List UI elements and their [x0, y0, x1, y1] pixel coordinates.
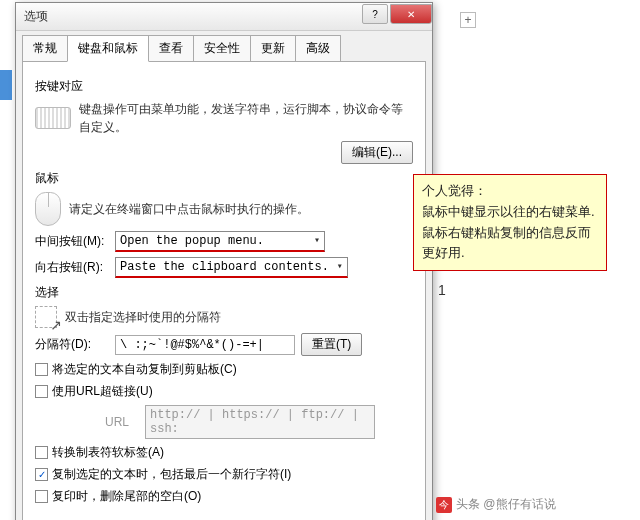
delimiter-label: 分隔符(D): — [35, 336, 115, 353]
middle-button-label: 中间按钮(M): — [35, 233, 115, 250]
copynl-label: 复制选定的文本时，包括最后一个新行字符(I) — [52, 466, 291, 483]
autocopy-checkbox[interactable] — [35, 363, 48, 376]
footer-credit: 今 头条 @熊仔有话说 — [436, 496, 556, 513]
url-checkbox[interactable] — [35, 385, 48, 398]
options-dialog: 选项 ? ✕ 常规 键盘和鼠标 查看 安全性 更新 高级 按键对应 键盘操作可由… — [15, 2, 433, 520]
autocopy-label: 将选定的文本自动复制到剪贴板(C) — [52, 361, 237, 378]
toolbar-plus-icon[interactable]: + — [460, 12, 476, 28]
mouse-description: 请定义在终端窗口中点击鼠标时执行的操作。 — [69, 200, 309, 218]
keyboard-icon — [35, 107, 71, 129]
tab-update[interactable]: 更新 — [250, 35, 296, 62]
tab-panel: 按键对应 键盘操作可由菜单功能，发送字符串，运行脚本，协议命令等自定义。 编辑(… — [22, 61, 426, 520]
left-edge-strip — [0, 70, 12, 100]
keys-description: 键盘操作可由菜单功能，发送字符串，运行脚本，协议命令等自定义。 — [79, 100, 413, 136]
delimiter-field[interactable]: \ :;~`!@#$%^&*()-=+| — [115, 335, 295, 355]
tab-security[interactable]: 安全性 — [193, 35, 251, 62]
help-button[interactable]: ? — [362, 4, 388, 24]
mouse-icon — [35, 192, 61, 226]
copynl-checkbox[interactable]: ✓ — [35, 468, 48, 481]
softtab-label: 转换制表符软标签(A) — [52, 444, 164, 461]
right-button-dropdown[interactable]: Paste the clipboard contents. — [115, 257, 348, 278]
selection-heading: 选择 — [35, 284, 413, 301]
close-button[interactable]: ✕ — [390, 4, 432, 24]
dialog-title: 选项 — [24, 8, 362, 25]
titlebar: 选项 ? ✕ — [16, 3, 432, 31]
url-label: 使用URL超链接(U) — [52, 383, 153, 400]
toutiao-logo-icon: 今 — [436, 497, 452, 513]
tab-general[interactable]: 常规 — [22, 35, 68, 62]
reset-delimiter-button[interactable]: 重置(T) — [301, 333, 362, 356]
right-button-label: 向右按钮(R): — [35, 259, 115, 276]
url-field-label: URL — [105, 415, 145, 429]
softtab-checkbox[interactable] — [35, 446, 48, 459]
mouse-heading: 鼠标 — [35, 170, 413, 187]
middle-button-dropdown[interactable]: Open the popup menu. — [115, 231, 325, 252]
trimws-checkbox[interactable] — [35, 490, 48, 503]
selection-description: 双击指定选择时使用的分隔符 — [65, 308, 221, 326]
background-number: 1 — [438, 282, 446, 298]
selection-icon — [35, 306, 57, 328]
edit-keys-button[interactable]: 编辑(E)... — [341, 141, 413, 164]
tab-strip: 常规 键盘和鼠标 查看 安全性 更新 高级 — [16, 31, 432, 62]
credit-text: 头条 @熊仔有话说 — [456, 496, 556, 513]
keys-heading: 按键对应 — [35, 78, 413, 95]
tab-view[interactable]: 查看 — [148, 35, 194, 62]
trimws-label: 复印时，删除尾部的空白(O) — [52, 488, 201, 505]
tab-advanced[interactable]: 高级 — [295, 35, 341, 62]
annotation-note: 个人觉得： 鼠标中键显示以往的右键菜单. 鼠标右键粘贴复制的信息反而更好用. — [413, 174, 607, 271]
tab-keyboard-mouse[interactable]: 键盘和鼠标 — [67, 35, 149, 62]
url-field: http:// | https:// | ftp:// | ssh: — [145, 405, 375, 439]
